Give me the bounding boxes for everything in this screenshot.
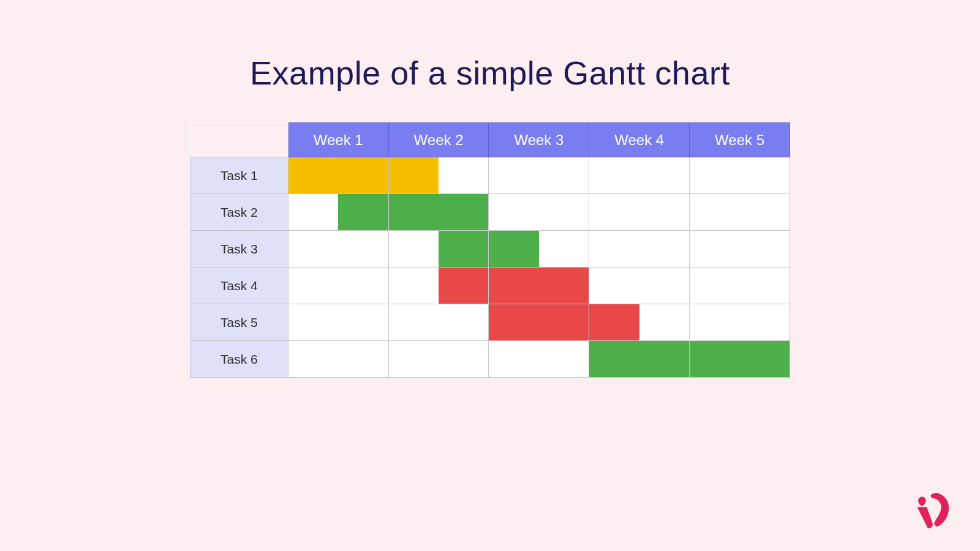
gantt-cell [690,194,790,231]
gantt-cell [388,304,489,341]
week-header: Week 3 [489,123,589,157]
gantt-cell [589,268,690,304]
gantt-chart: Week 1Week 2Week 3Week 4Week 5 Task 1Tas… [190,122,790,378]
gantt-bar [489,231,538,267]
week-header: Week 5 [690,123,790,157]
gantt-cell [288,304,388,341]
gantt-cell [489,157,589,194]
table-row: Task 2 [190,194,790,231]
gantt-bar [589,341,689,377]
gantt-cell [589,194,690,231]
gantt-cell [690,157,790,194]
task-label: Task 4 [190,268,288,304]
gantt-cell [589,231,690,268]
gantt-bar [288,157,388,193]
gantt-cell [489,231,589,268]
gantt-bar [338,194,388,230]
gantt-cell [489,194,589,231]
gantt-cell [489,341,589,378]
gantt-cell [690,268,790,304]
gantt-bar [439,231,488,267]
gantt-cell [690,341,790,378]
gantt-bar [439,268,488,304]
gantt-cell [388,341,489,378]
week-header: Week 4 [589,123,690,157]
gantt-cell [489,268,589,304]
gantt-cell [690,304,790,341]
gantt-cell [589,304,690,341]
task-label: Task 2 [190,194,288,231]
gantt-bar [389,157,439,193]
table-row: Task 6 [190,341,790,378]
gantt-cell [489,304,589,341]
table-row: Task 3 [190,231,790,268]
gantt-cell [589,341,690,378]
gantt-cell [288,268,388,304]
gantt-cell [288,231,388,268]
table-row: Task 5 [190,304,790,341]
gantt-bar [589,304,639,340]
task-label: Task 6 [190,341,288,378]
week-header: Week 1 [288,123,388,157]
brand-logo-icon [908,486,956,534]
gantt-bar [690,341,790,377]
gantt-header-row: Week 1Week 2Week 3Week 4Week 5 [190,123,790,157]
task-label: Task 3 [190,231,288,268]
gantt-bar [489,304,589,340]
week-header: Week 2 [388,123,489,157]
gantt-cell [388,268,489,304]
gantt-body: Task 1Task 2Task 3Task 4Task 5Task 6 [190,157,790,378]
gantt-corner-cell [190,123,288,157]
gantt-cell [288,341,388,378]
gantt-cell [388,231,489,268]
task-label: Task 5 [190,304,288,341]
gantt-cell [388,157,489,194]
gantt-cell [690,231,790,268]
gantt-cell [288,157,388,194]
gantt-cell [388,194,489,231]
gantt-bar [489,268,589,304]
task-label: Task 1 [190,157,288,194]
gantt-table: Week 1Week 2Week 3Week 4Week 5 Task 1Tas… [190,122,790,378]
gantt-cell [288,194,388,231]
page-title: Example of a simple Gantt chart [0,0,980,92]
gantt-cell [589,157,690,194]
table-row: Task 4 [190,268,790,304]
table-row: Task 1 [190,157,790,194]
gantt-bar [389,194,489,230]
